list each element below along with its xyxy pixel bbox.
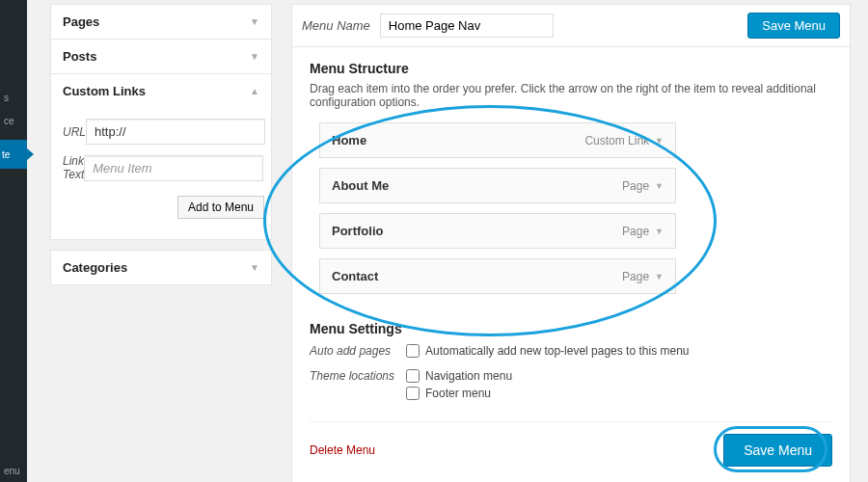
chevron-down-icon: ▼: [250, 262, 259, 273]
panel-categories[interactable]: Categories ▼: [50, 250, 272, 285]
sidebar-stub: s: [4, 93, 9, 103]
menu-item-type: Page ▼: [622, 179, 664, 193]
menu-item-title: Home: [332, 133, 366, 147]
auto-add-checkbox[interactable]: [406, 344, 420, 358]
menu-item-type: Custom Link ▼: [584, 134, 664, 147]
menu-body: Menu Structure Drag each item into the o…: [291, 47, 851, 482]
theme-location-checkbox[interactable]: [406, 369, 420, 383]
menu-structure-heading: Menu Structure: [310, 61, 832, 76]
delete-menu-link[interactable]: Delete Menu: [310, 443, 375, 457]
panel-custom-links-body: URL Link Text Add to Menu: [50, 107, 272, 240]
menu-item-title: Contact: [332, 269, 378, 283]
theme-location-checkbox[interactable]: [406, 387, 420, 400]
add-items-column: Pages ▼ Posts ▼ Custom Links ▲ URL Link …: [50, 0, 272, 482]
menu-footer: Delete Menu Save Menu: [310, 421, 832, 467]
menu-name-label: Menu Name: [302, 18, 370, 33]
auto-add-option[interactable]: Automatically add new top-level pages to…: [406, 344, 690, 358]
chevron-up-icon: ▲: [250, 86, 259, 96]
chevron-down-icon: ▼: [250, 51, 259, 62]
menu-editor: Menu Name Save Menu Menu Structure Drag …: [291, 0, 856, 482]
panel-title: Posts: [63, 49, 96, 64]
menu-settings: Menu Settings Auto add pages Automatical…: [310, 321, 832, 404]
chevron-down-icon: ▼: [655, 181, 664, 191]
menu-item-type: Page ▼: [622, 270, 664, 283]
auto-add-label: Auto add pages: [310, 344, 406, 358]
main-content: Pages ▼ Posts ▼ Custom Links ▲ URL Link …: [27, 0, 868, 482]
link-text-input[interactable]: [84, 155, 263, 181]
link-text-label: Link Text: [63, 154, 84, 181]
admin-sidebar: s ce te enu: [0, 0, 27, 482]
chevron-down-icon: ▼: [655, 227, 664, 236]
menu-item-title: Portfolio: [332, 224, 383, 238]
sidebar-stub: ce: [4, 116, 14, 126]
url-input[interactable]: [86, 119, 265, 145]
sidebar-item-active[interactable]: te: [0, 140, 27, 169]
theme-locations-label: Theme locations: [310, 369, 406, 383]
menu-name-bar: Menu Name Save Menu: [291, 4, 851, 47]
menu-item-type: Page ▼: [622, 225, 664, 238]
sidebar-stub: enu: [4, 466, 20, 476]
menu-settings-heading: Menu Settings: [310, 321, 832, 336]
chevron-down-icon: ▼: [655, 136, 664, 146]
menu-item-title: About Me: [332, 178, 389, 193]
menu-item-home[interactable]: Home Custom Link ▼: [319, 122, 676, 158]
theme-location-option[interactable]: Footer menu: [406, 387, 512, 400]
panel-custom-links[interactable]: Custom Links ▲: [50, 73, 272, 108]
theme-location-option[interactable]: Navigation menu: [406, 369, 512, 383]
panel-posts[interactable]: Posts ▼: [50, 39, 272, 74]
sidebar-item-label: te: [2, 149, 10, 160]
panel-title: Pages: [63, 14, 99, 29]
add-to-menu-button[interactable]: Add to Menu: [177, 196, 264, 219]
save-menu-top-button[interactable]: Save Menu: [747, 13, 840, 39]
panel-pages[interactable]: Pages ▼: [50, 4, 272, 40]
menu-name-input[interactable]: [380, 13, 554, 38]
chevron-down-icon: ▼: [250, 16, 259, 27]
menu-item-about[interactable]: About Me Page ▼: [319, 168, 676, 203]
menu-item-portfolio[interactable]: Portfolio Page ▼: [319, 213, 676, 249]
menu-structure-help: Drag each item into the order you prefer…: [310, 82, 832, 109]
panel-title: Categories: [63, 260, 127, 275]
menu-item-contact[interactable]: Contact Page ▼: [319, 258, 676, 294]
url-label: URL: [63, 125, 86, 139]
panel-title: Custom Links: [63, 84, 146, 98]
save-menu-bottom-button[interactable]: Save Menu: [723, 434, 832, 467]
chevron-down-icon: ▼: [655, 272, 664, 281]
